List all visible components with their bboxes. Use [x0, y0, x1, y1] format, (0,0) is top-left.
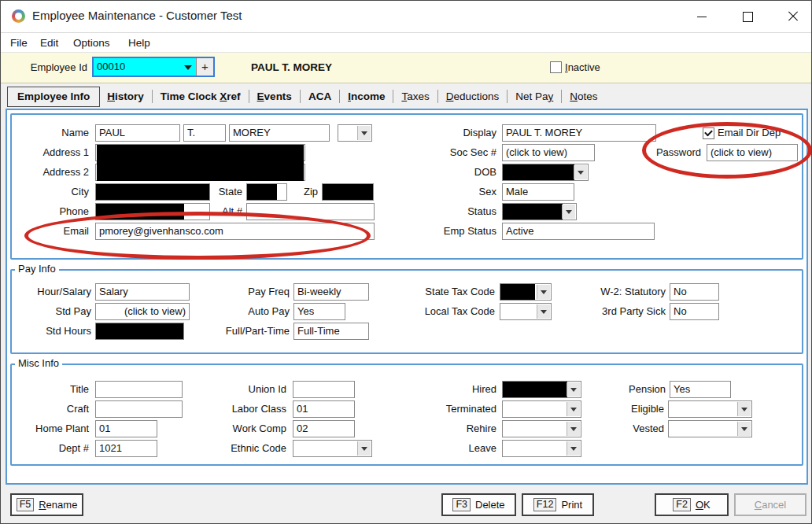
tab-time-clock-xref[interactable]: Time Clock Xref [153, 87, 248, 106]
tab-income[interactable]: Income [341, 87, 392, 106]
hired-combo[interactable] [502, 381, 581, 398]
rename-button[interactable]: F5 Rename [10, 493, 83, 516]
tab-separator [300, 90, 301, 103]
sex-combo[interactable]: Male [502, 183, 574, 201]
menu-help[interactable]: Help [124, 35, 155, 50]
tab-taxes[interactable]: Taxes [394, 87, 436, 106]
phone-label: Phone [10, 203, 89, 220]
union-id-field[interactable] [293, 381, 355, 398]
combo-arrow-icon[interactable] [737, 422, 751, 436]
pension-combo[interactable]: Yes [670, 381, 731, 398]
title-label: Title [10, 381, 89, 398]
minimize-icon [697, 17, 707, 17]
vested-combo[interactable] [668, 420, 752, 437]
pay-freq-combo[interactable]: Bi-weekly [293, 283, 369, 301]
labor-class-label: Labor Class [208, 400, 286, 418]
combo-arrow-icon[interactable] [562, 205, 575, 219]
combo-arrow-icon[interactable] [737, 402, 751, 416]
menu-bar: File Edit Options Help [1, 33, 811, 53]
redacted-value [503, 164, 574, 180]
local-tax-code-combo[interactable] [500, 303, 552, 320]
state-tax-code-combo[interactable] [500, 283, 552, 301]
combo-arrow-icon[interactable] [567, 382, 580, 397]
employee-id-label: Employee Id [17, 60, 87, 76]
employee-id-dropdown-arrow-icon[interactable] [180, 58, 196, 76]
add-employee-button[interactable]: + [196, 58, 213, 76]
std-hours-label: Std Hours [13, 323, 91, 340]
last-name-field[interactable]: MOREY [229, 124, 330, 142]
status-combo[interactable] [502, 203, 577, 220]
ssn-field[interactable]: (click to view) [502, 144, 595, 161]
labor-class-field[interactable]: 01 [293, 400, 355, 418]
tab-employee-info[interactable]: Employee Info [7, 87, 100, 107]
dept-label: Dept # [10, 440, 89, 457]
email-field[interactable]: pmorey@givenhansco.com [95, 223, 375, 240]
craft-field[interactable] [95, 400, 183, 418]
home-plant-label: Home Plant [10, 420, 89, 437]
combo-arrow-icon[interactable] [357, 441, 371, 456]
tab-notes[interactable]: Notes [563, 87, 604, 106]
title-field[interactable] [95, 381, 183, 398]
tab-deductions[interactable]: Deductions [439, 87, 507, 106]
minimize-button[interactable] [684, 1, 720, 32]
leave-combo[interactable] [502, 440, 581, 457]
dob-combo[interactable] [502, 164, 589, 181]
name-suffix-combo[interactable] [338, 124, 372, 142]
first-name-field[interactable]: PAUL [95, 124, 180, 142]
combo-arrow-icon[interactable] [537, 304, 550, 319]
print-button[interactable]: F12 Print [522, 493, 594, 516]
hour-salary-combo[interactable]: Salary [95, 283, 190, 301]
tab-aca[interactable]: ACA [301, 87, 338, 106]
maximize-button[interactable] [729, 1, 766, 32]
state-tax-code-label: State Tax Code [416, 283, 495, 301]
tab-bar: Employee Info History Time Clock Xref Ev… [7, 84, 605, 109]
auto-pay-combo[interactable]: Yes [293, 303, 345, 320]
tab-net-pay[interactable]: Net Pay [508, 87, 560, 106]
redacted-value [96, 204, 184, 220]
display-name-field[interactable]: PAUL T. MOREY [502, 124, 656, 142]
display-label: Display [418, 124, 496, 142]
city-field[interactable] [95, 183, 210, 201]
password-field[interactable]: (click to view) [707, 144, 798, 161]
full-part-time-combo[interactable]: Full-Time [293, 323, 369, 340]
ok-button[interactable]: F2 OK [655, 493, 729, 516]
inactive-checkbox[interactable] [550, 61, 562, 73]
rehire-combo[interactable] [502, 420, 581, 437]
email-dir-dep-checkbox[interactable] [703, 127, 714, 139]
menu-edit[interactable]: Edit [35, 35, 63, 50]
ethnic-code-combo[interactable] [293, 440, 372, 457]
std-pay-field[interactable]: (click to view) [95, 303, 190, 320]
state-field[interactable] [246, 183, 287, 201]
employee-id-value[interactable]: 00010 [94, 58, 180, 76]
combo-arrow-icon[interactable] [574, 165, 587, 179]
dept-combo[interactable]: 1021 [95, 440, 157, 457]
tab-events[interactable]: Events [250, 87, 299, 106]
combo-arrow-icon[interactable] [537, 285, 550, 299]
employee-id-combo[interactable]: 00010 + [92, 57, 215, 77]
combo-arrow-icon[interactable] [567, 441, 580, 456]
third-party-sick-combo[interactable]: No [670, 303, 719, 320]
zip-field[interactable] [322, 183, 374, 201]
emp-status-combo[interactable]: Active [502, 223, 655, 240]
w2-statutory-combo[interactable]: No [670, 283, 719, 301]
delete-button[interactable]: F3 Delete [441, 493, 516, 516]
close-button[interactable] [775, 1, 811, 32]
app-logo-icon [12, 9, 25, 23]
combo-arrow-icon[interactable] [567, 422, 580, 436]
dob-label: DOB [418, 164, 496, 181]
home-plant-combo[interactable]: 01 [95, 420, 157, 437]
terminated-combo[interactable] [502, 400, 581, 418]
alt-phone-field[interactable] [246, 203, 375, 220]
eligible-combo[interactable] [668, 400, 752, 418]
combo-arrow-icon[interactable] [567, 402, 580, 416]
std-hours-field[interactable] [95, 323, 184, 340]
combo-arrow-icon[interactable] [357, 126, 371, 140]
tab-history[interactable]: History [100, 87, 151, 106]
craft-label: Craft [10, 400, 89, 418]
middle-name-field[interactable]: T. [183, 124, 226, 142]
menu-options[interactable]: Options [68, 35, 115, 50]
work-comp-combo[interactable]: 02 [293, 420, 355, 437]
menu-file[interactable]: File [6, 35, 32, 50]
password-label: Password [625, 144, 701, 161]
phone-field[interactable] [95, 203, 210, 220]
